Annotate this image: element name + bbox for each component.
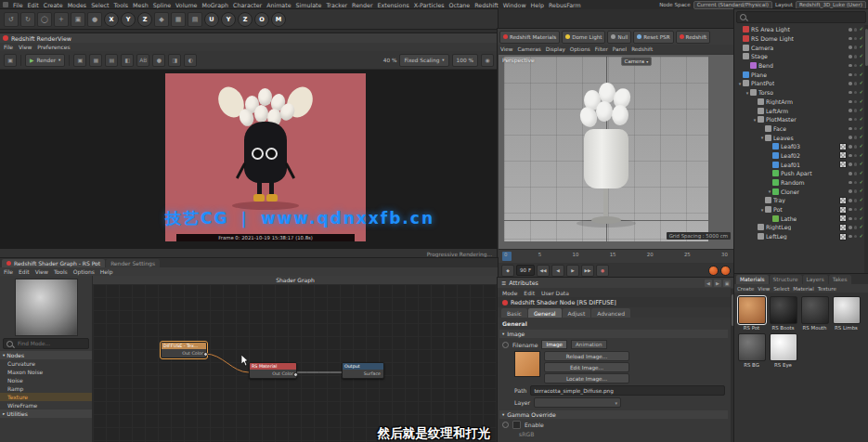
texture-tag-icon[interactable]: [839, 161, 847, 168]
viewport-menu-item[interactable]: Filter: [595, 46, 608, 52]
gear-icon[interactable]: ◉: [481, 54, 494, 67]
material-thumbnail[interactable]: [833, 296, 861, 324]
menu-item[interactable]: Character: [233, 2, 262, 8]
plugin-z-icon[interactable]: Z: [238, 12, 253, 27]
material-item[interactable]: RS Mouth: [800, 296, 829, 331]
materials-panel-tab[interactable]: Structure: [770, 275, 802, 284]
tree-item[interactable]: RS Dome Light ✓: [734, 34, 864, 44]
visibility-dot-icon[interactable]: [849, 37, 852, 41]
texture-tag-icon[interactable]: [839, 224, 847, 231]
shader-menu-item[interactable]: Tools: [54, 268, 68, 275]
render-dot-icon[interactable]: [854, 91, 858, 95]
menu-item[interactable]: Select: [91, 2, 109, 8]
image-action-button[interactable]: Reload Image...: [544, 351, 629, 361]
enabled-check-icon[interactable]: ✓: [859, 90, 863, 96]
viewport-menu-item[interactable]: Display: [546, 46, 565, 52]
magic-icon[interactable]: M: [271, 12, 286, 27]
render-dot-icon[interactable]: [854, 28, 858, 32]
color-picker-icon[interactable]: ◐: [184, 54, 197, 67]
tree-item[interactable]: Face ✓: [734, 124, 864, 134]
render-dot-icon[interactable]: [854, 127, 858, 131]
tree-item[interactable]: Leaf02 ✓: [734, 151, 864, 161]
enabled-check-icon[interactable]: ✓: [859, 207, 863, 213]
enabled-check-icon[interactable]: ✓: [859, 135, 863, 140]
visibility-dot-icon[interactable]: [849, 181, 852, 185]
enabled-check-icon[interactable]: ✓: [859, 188, 863, 194]
scaling-dropdown[interactable]: Fixed Scaling ▾: [399, 54, 448, 67]
image-action-button[interactable]: Locate Image...: [544, 373, 629, 384]
tree-item[interactable]: Tray ✓: [734, 196, 864, 205]
attributes-menu-item[interactable]: Mode: [502, 290, 517, 296]
attribute-tab[interactable]: Advanced: [591, 308, 630, 318]
visibility-dot-icon[interactable]: [849, 109, 852, 112]
viewport-toolbar-button[interactable]: Dome Light: [562, 31, 605, 44]
redshift-ipr-icon[interactable]: [708, 266, 719, 276]
compare-ab-icon[interactable]: AB: [136, 54, 149, 67]
visibility-dot-icon[interactable]: [849, 189, 852, 193]
render-dot-icon[interactable]: [854, 73, 858, 77]
tree-item[interactable]: ▾ Pot ✓: [734, 205, 864, 214]
rs-material-node[interactable]: RS Material Out Color: [249, 362, 297, 379]
palette-node-item[interactable]: Curvature: [0, 359, 92, 368]
output-node[interactable]: Output Surface: [342, 362, 384, 379]
goto-end-icon[interactable]: ▶▶: [581, 265, 594, 277]
visibility-dot-icon[interactable]: [849, 100, 852, 104]
viewport-menu-item[interactable]: Panel: [613, 46, 627, 52]
menu-item[interactable]: Octane: [449, 2, 471, 8]
visibility-dot-icon[interactable]: [849, 46, 852, 49]
render-settings-tab[interactable]: Render Settings: [106, 259, 160, 267]
tree-item[interactable]: Bend ✓: [734, 61, 864, 71]
goto-start-icon[interactable]: ◀◀: [537, 265, 550, 277]
shader-menu-item[interactable]: Help: [100, 268, 113, 275]
visibility-dot-icon[interactable]: [849, 226, 852, 229]
viewport-menu-item[interactable]: View: [500, 46, 513, 52]
palette-node-item[interactable]: Noise: [0, 376, 92, 384]
renderview-menu-item[interactable]: File: [4, 44, 13, 50]
tree-item[interactable]: LeftArm ✓: [734, 106, 864, 115]
rotate-tool-icon[interactable]: ●: [87, 12, 102, 27]
visibility-dot-icon[interactable]: [849, 55, 852, 58]
texture-tag-icon[interactable]: [839, 151, 847, 159]
tree-item[interactable]: Plane ✓: [734, 70, 864, 79]
menu-item[interactable]: Mesh: [133, 2, 149, 8]
render-dot-icon[interactable]: [854, 226, 858, 229]
node-search[interactable]: [3, 338, 89, 349]
render-dot-icon[interactable]: [854, 55, 858, 58]
menu-item[interactable]: File: [13, 2, 23, 8]
tree-item[interactable]: Lathe ✓: [734, 214, 864, 223]
palette-node-item[interactable]: Maxon Noise: [0, 368, 92, 376]
tree-item[interactable]: RS Area Light ✓: [734, 25, 864, 34]
texture-tag-icon[interactable]: [839, 143, 847, 150]
materials-panel-tab[interactable]: Layers: [803, 275, 828, 284]
visibility-dot-icon[interactable]: [849, 64, 852, 68]
visibility-dot-icon[interactable]: [849, 162, 852, 166]
visibility-dot-icon[interactable]: [849, 136, 852, 139]
visibility-dot-icon[interactable]: [849, 118, 852, 122]
coordinate-system-icon[interactable]: ◆: [154, 12, 169, 27]
history-forward-icon[interactable]: ▶: [714, 280, 721, 287]
menu-item[interactable]: Simulate: [296, 2, 322, 8]
visibility-dot-icon[interactable]: [849, 208, 852, 212]
enabled-check-icon[interactable]: ✓: [859, 171, 863, 176]
render-view-icon[interactable]: ▦: [171, 12, 186, 27]
viewport-canvas[interactable]: Perspective Camera▾ Grid Spacing : 5000 …: [499, 55, 733, 249]
menu-item[interactable]: MoGraph: [201, 2, 228, 8]
output-port-icon[interactable]: [203, 352, 208, 357]
material-item[interactable]: RS Boots: [769, 296, 797, 331]
menu-item[interactable]: Volume: [175, 2, 197, 8]
path-value[interactable]: terracotta_simple_Diffuse.png: [530, 385, 725, 396]
region-render-icon[interactable]: ◧: [121, 54, 134, 67]
enabled-check-icon[interactable]: ✓: [859, 72, 863, 78]
tree-item[interactable]: ▾ Cloner ✓: [734, 187, 864, 196]
frame-number-field[interactable]: 90 F: [516, 265, 535, 276]
lock-icon[interactable]: ▣: [723, 280, 731, 287]
animation-tab[interactable]: Animation: [571, 340, 607, 349]
renderview-menu-item[interactable]: View: [19, 44, 32, 50]
tree-item[interactable]: Push Apart ✓: [734, 169, 864, 178]
render-dot-icon[interactable]: [854, 37, 858, 41]
redo-icon[interactable]: ↻: [20, 12, 35, 27]
visibility-dot-icon[interactable]: [849, 217, 852, 221]
enabled-check-icon[interactable]: ✓: [859, 27, 863, 32]
enabled-check-icon[interactable]: ✓: [859, 216, 863, 222]
menu-item[interactable]: RebusFarm: [549, 2, 581, 8]
